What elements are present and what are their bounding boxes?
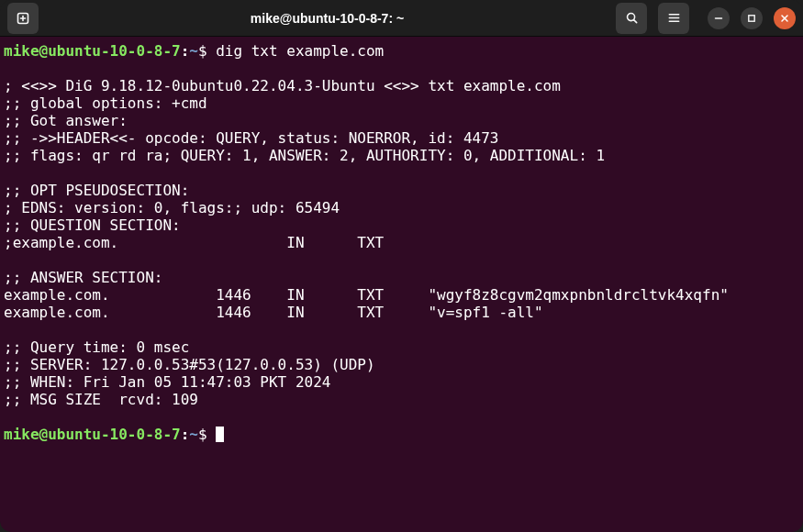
terminal-window: mike@ubuntu-10-0-8-7: ~ [0, 0, 803, 532]
prompt-path: ~ [189, 42, 198, 60]
prompt-end: $ [198, 426, 216, 443]
terminal-cursor [216, 427, 224, 442]
menu-button[interactable] [658, 3, 689, 34]
minimize-button[interactable] [708, 7, 730, 29]
close-button[interactable] [774, 7, 796, 29]
maximize-icon [747, 14, 756, 23]
hamburger-icon [667, 11, 681, 25]
typed-command: dig txt example.com [216, 42, 384, 60]
prompt-end: $ [198, 42, 216, 60]
prompt-user-host: mike@ubuntu-10-0-8-7 [4, 426, 181, 443]
search-icon [625, 11, 639, 25]
prompt-separator: : [181, 42, 190, 60]
prompt-separator: : [181, 426, 190, 443]
svg-rect-9 [749, 15, 754, 20]
terminal-body[interactable]: mike@ubuntu-10-0-8-7:~$ dig txt example.… [0, 37, 803, 532]
prompt-user-host: mike@ubuntu-10-0-8-7 [4, 42, 181, 60]
window-title: mike@ubuntu-10-0-8-7: ~ [46, 11, 608, 26]
close-icon [780, 14, 789, 23]
svg-line-4 [633, 20, 636, 23]
titlebar: mike@ubuntu-10-0-8-7: ~ [0, 0, 803, 37]
new-tab-button[interactable] [7, 3, 39, 34]
minimize-icon [714, 14, 723, 23]
command-output: ; <<>> DiG 9.18.12-0ubuntu0.22.04.3-Ubun… [4, 77, 729, 408]
maximize-button[interactable] [741, 7, 763, 29]
search-button[interactable] [616, 3, 647, 34]
new-tab-icon [16, 11, 30, 26]
prompt-path: ~ [189, 426, 198, 443]
